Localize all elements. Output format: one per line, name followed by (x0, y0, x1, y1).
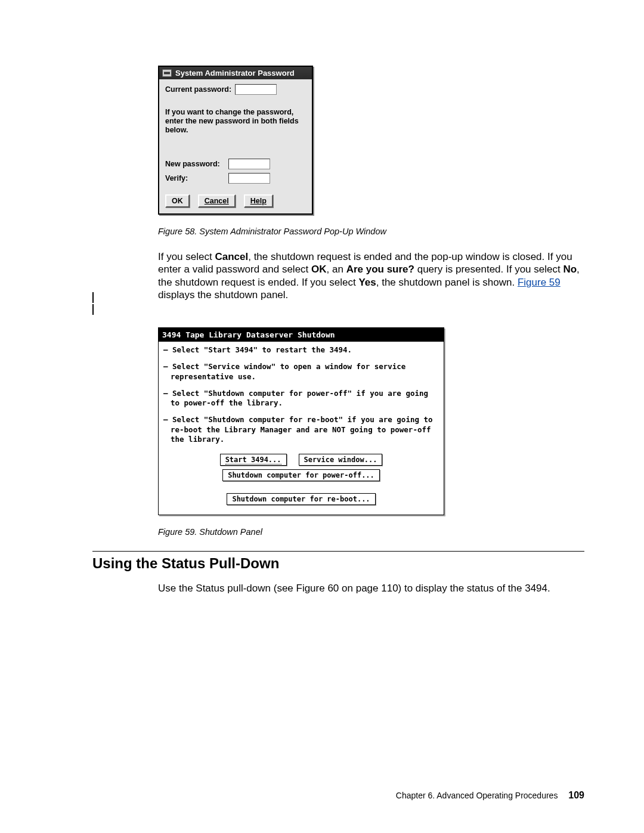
current-password-label: Current password: (165, 85, 231, 94)
cancel-button[interactable]: Cancel (198, 194, 236, 208)
figure-58-caption: Figure 58. System Administrator Password… (158, 227, 584, 236)
revision-bar (92, 292, 94, 303)
list-item: Select "Shutdown computer for re-boot" i… (163, 414, 439, 450)
footer-chapter: Chapter 6. Advanced Operating Procedures (396, 791, 558, 800)
new-password-input[interactable] (228, 159, 270, 169)
figure-59-caption: Figure 59. Shutdown Panel (158, 527, 584, 537)
verify-password-label: Verify: (165, 174, 225, 182)
help-button[interactable]: Help (244, 194, 273, 208)
password-dialog: System Administrator Password Current pa… (158, 66, 313, 215)
password-dialog-title: System Administrator Password (175, 69, 295, 78)
password-dialog-titlebar: System Administrator Password (159, 67, 312, 79)
paragraph-1: If you select Cancel, the shutdown reque… (158, 250, 584, 301)
start-3494-button[interactable]: Start 3494... (220, 454, 287, 466)
shutdown-poweroff-button[interactable]: Shutdown computer for power-off... (222, 469, 380, 481)
revision-bar (92, 304, 94, 315)
page-footer: Chapter 6. Advanced Operating Procedures… (396, 790, 584, 801)
list-item: Select "Service window" to open a window… (163, 361, 439, 388)
service-window-button[interactable]: Service window... (299, 454, 383, 466)
footer-page-number: 109 (568, 790, 584, 800)
section-rule (92, 551, 584, 552)
section-heading: Using the Status Pull-Down (92, 555, 584, 572)
shutdown-option-list: Select "Start 3494" to restart the 3494.… (163, 344, 439, 450)
shutdown-dialog: 3494 Tape Library Dataserver Shutdown Se… (158, 327, 444, 515)
system-menu-icon[interactable] (162, 69, 172, 77)
current-password-input[interactable] (235, 84, 277, 95)
password-instruction: If you want to change the password, ente… (165, 108, 306, 135)
figure-59-link[interactable]: Figure 59 (518, 277, 561, 288)
list-item: Select "Start 3494" to restart the 3494. (163, 344, 439, 361)
ok-button[interactable]: OK (165, 194, 190, 208)
shutdown-reboot-button[interactable]: Shutdown computer for re-boot... (227, 493, 375, 505)
new-password-label: New password: (165, 160, 225, 168)
verify-password-input[interactable] (228, 173, 270, 184)
shutdown-dialog-title: 3494 Tape Library Dataserver Shutdown (159, 328, 444, 342)
list-item: Select "Shutdown computer for power-off"… (163, 388, 439, 414)
paragraph-2: Use the Status pull-down (see Figure 60 … (158, 582, 584, 594)
